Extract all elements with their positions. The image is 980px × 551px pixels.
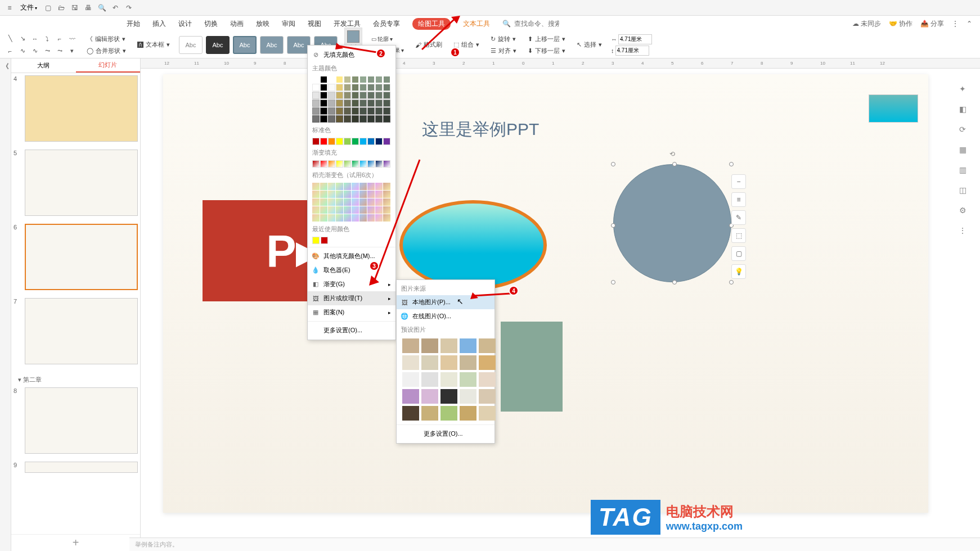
texture-swatch[interactable] bbox=[421, 372, 438, 387]
daoke-gradient-swatch[interactable] bbox=[328, 183, 335, 190]
daoke-gradient-swatch[interactable] bbox=[344, 183, 351, 190]
texture-swatch[interactable] bbox=[421, 389, 438, 404]
theme-color-swatch[interactable] bbox=[375, 100, 383, 107]
theme-color-swatch[interactable] bbox=[328, 115, 335, 123]
daoke-gradient-swatch[interactable] bbox=[352, 214, 359, 222]
search-icon[interactable]: 🔍 bbox=[502, 20, 511, 28]
submenu-more-settings[interactable]: 更多设置(O)... bbox=[397, 427, 495, 441]
theme-color-swatch[interactable] bbox=[344, 100, 351, 107]
texture-swatch[interactable] bbox=[440, 389, 457, 404]
theme-color-swatch[interactable] bbox=[383, 115, 390, 123]
standard-color-swatch[interactable] bbox=[359, 138, 367, 145]
open-icon[interactable]: 🗁 bbox=[56, 3, 66, 13]
select-pane-button[interactable]: ↖ 选择▾ bbox=[574, 39, 604, 50]
theme-color-swatch[interactable] bbox=[312, 115, 320, 123]
theme-color-swatch[interactable] bbox=[352, 100, 359, 107]
texture-swatch[interactable] bbox=[421, 355, 438, 370]
daoke-gradient-swatch[interactable] bbox=[320, 214, 327, 222]
texture-swatch[interactable] bbox=[479, 372, 496, 387]
tab-slideshow[interactable]: 放映 bbox=[256, 19, 269, 29]
texture-swatch[interactable] bbox=[421, 338, 438, 353]
daoke-gradient-swatch[interactable] bbox=[320, 191, 327, 198]
daoke-gradient-swatch[interactable] bbox=[359, 206, 367, 214]
daoke-gradient-swatch[interactable] bbox=[336, 198, 343, 206]
curve2-tool[interactable]: ∿ bbox=[17, 46, 28, 57]
theme-color-swatch[interactable] bbox=[375, 92, 383, 99]
recent-red[interactable] bbox=[321, 237, 328, 244]
more-settings-item[interactable]: 更多设置(O)... bbox=[308, 323, 395, 337]
theme-color-swatch[interactable] bbox=[367, 115, 375, 123]
theme-color-swatch[interactable] bbox=[320, 76, 327, 83]
theme-color-swatch[interactable] bbox=[352, 107, 359, 115]
animation-icon[interactable]: ⟳ bbox=[957, 125, 968, 135]
standard-color-swatch[interactable] bbox=[383, 138, 390, 145]
line-double-arrow-tool[interactable]: ↔ bbox=[29, 33, 41, 44]
format-icon[interactable]: ◧ bbox=[957, 105, 968, 115]
file-menu[interactable]: 文件 bbox=[18, 3, 39, 12]
theme-color-swatch[interactable] bbox=[352, 76, 359, 83]
daoke-gradient-swatch[interactable] bbox=[359, 214, 367, 222]
preset-style-4[interactable]: Abc bbox=[260, 36, 284, 54]
slide-thumb-6[interactable]: 6 bbox=[14, 224, 138, 290]
daoke-gradient-swatch[interactable] bbox=[344, 206, 351, 214]
daoke-gradient-swatch[interactable] bbox=[328, 191, 335, 198]
share-button[interactable]: 📤 分享 bbox=[920, 19, 944, 29]
theme-color-swatch[interactable] bbox=[344, 76, 351, 83]
daoke-gradient-swatch[interactable] bbox=[336, 191, 343, 198]
texture-swatch[interactable] bbox=[479, 406, 496, 421]
theme-color-swatch[interactable] bbox=[359, 84, 367, 91]
beach-thumbnail-image[interactable] bbox=[869, 94, 918, 123]
texture-swatch[interactable] bbox=[460, 355, 476, 370]
daoke-gradient-swatch[interactable] bbox=[312, 198, 320, 206]
theme-color-swatch[interactable] bbox=[375, 107, 383, 115]
texture-swatch[interactable] bbox=[402, 355, 419, 370]
slide-thumb-8[interactable]: 8 bbox=[14, 387, 138, 454]
theme-color-swatch[interactable] bbox=[328, 92, 335, 99]
daoke-gradient-swatch[interactable] bbox=[344, 191, 351, 198]
texture-swatch[interactable] bbox=[402, 406, 419, 421]
zigzag-tool[interactable]: ∿ bbox=[29, 46, 41, 57]
gradient-swatch[interactable] bbox=[320, 160, 327, 168]
slide-thumb-4[interactable]: 4 bbox=[14, 75, 138, 142]
bucket-float-icon[interactable]: ⬚ bbox=[731, 228, 746, 243]
theme-color-swatch[interactable] bbox=[352, 84, 359, 91]
standard-color-swatch[interactable] bbox=[312, 138, 320, 145]
gradient-swatch[interactable] bbox=[336, 160, 343, 168]
tab-review[interactable]: 审阅 bbox=[282, 19, 295, 29]
theme-color-swatch[interactable] bbox=[352, 92, 359, 99]
new-slide-button[interactable]: + bbox=[11, 534, 140, 551]
pen-icon[interactable]: ✎ bbox=[731, 210, 746, 225]
picture-texture-item[interactable]: 🖼图片或纹理(T) bbox=[308, 291, 395, 305]
theme-color-swatch[interactable] bbox=[359, 115, 367, 123]
texture-swatch[interactable] bbox=[440, 406, 457, 421]
ai-icon[interactable]: ✦ bbox=[957, 84, 968, 94]
slide-canvas[interactable]: 这里是举例PPT P▸ ⟲ bbox=[163, 74, 928, 513]
theme-color-swatch[interactable] bbox=[344, 84, 351, 91]
template-icon[interactable]: ◫ bbox=[957, 186, 968, 196]
gradient-swatch[interactable] bbox=[312, 160, 320, 168]
collapse-sidebar[interactable]: 《 bbox=[0, 58, 11, 551]
texture-swatch[interactable] bbox=[440, 338, 457, 353]
daoke-gradient-swatch[interactable] bbox=[320, 206, 327, 214]
bring-forward-button[interactable]: ⬆ 上移一层▾ bbox=[525, 34, 568, 44]
pattern-item[interactable]: ▦图案(N) bbox=[308, 305, 395, 319]
daoke-gradient-swatch[interactable] bbox=[352, 206, 359, 214]
expand-icon[interactable]: ⌃ bbox=[966, 20, 972, 28]
redo-icon[interactable]: ↷ bbox=[124, 3, 134, 13]
theme-color-swatch[interactable] bbox=[383, 100, 390, 107]
texture-swatch[interactable] bbox=[402, 372, 419, 387]
line-arrow-tool[interactable]: ↘ bbox=[17, 33, 28, 44]
new-icon[interactable]: ▢ bbox=[43, 3, 53, 13]
slide-thumb-7[interactable]: 7 bbox=[14, 298, 138, 364]
theme-color-swatch[interactable] bbox=[352, 115, 359, 123]
theme-color-swatch[interactable] bbox=[312, 107, 320, 115]
daoke-gradient-swatch[interactable] bbox=[336, 206, 343, 214]
dots-icon[interactable]: ⋮ bbox=[957, 226, 968, 236]
standard-color-swatch[interactable] bbox=[367, 138, 375, 145]
theme-color-swatch[interactable] bbox=[336, 100, 343, 107]
texture-swatch[interactable] bbox=[402, 389, 419, 404]
daoke-gradient-swatch[interactable] bbox=[312, 206, 320, 214]
theme-color-swatch[interactable] bbox=[344, 92, 351, 99]
daoke-gradient-swatch[interactable] bbox=[336, 183, 343, 190]
daoke-gradient-swatch[interactable] bbox=[352, 191, 359, 198]
